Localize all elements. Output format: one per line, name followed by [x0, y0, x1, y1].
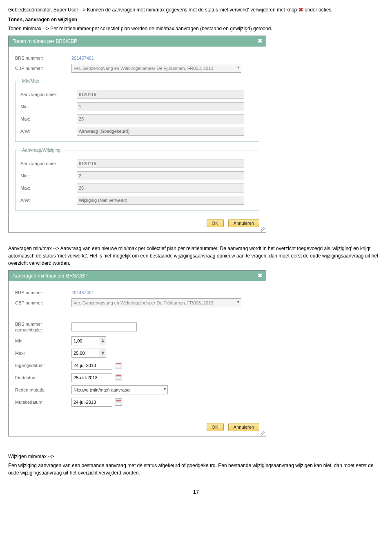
- aw-field: [77, 127, 244, 136]
- reden-mutatie-value: Nieuwe (min/max) aanvraag: [74, 387, 130, 392]
- calendar-icon[interactable]: [115, 362, 122, 369]
- max-label: Max:: [20, 116, 77, 121]
- paragraph-4a: Wijzigen min/max -->: [8, 453, 384, 460]
- min-field: [77, 102, 244, 111]
- fieldset-minmax: Min/Max Aanvraagnummer: Min: Max: A/W:: [15, 78, 259, 142]
- max-label-3: Max:: [15, 351, 71, 356]
- paragraph-1a: Gebiedscoördinator, Super User --> Kunne…: [8, 7, 298, 13]
- close-icon[interactable]: ✖: [258, 38, 263, 44]
- brs-nummer-value-2: 201457401: [71, 290, 94, 295]
- min-label-2: Min:: [20, 173, 77, 178]
- cbp-nummer-select-2[interactable]: Ver. Ganzenopvang en Weidvogelbeheer De …: [71, 298, 241, 307]
- ok-button[interactable]: OK: [207, 423, 224, 431]
- max-label-2: Max:: [20, 186, 77, 190]
- min-label-3: Min:: [15, 338, 71, 343]
- resize-grip-icon[interactable]: [261, 227, 265, 232]
- paragraph-4b: Een wijziging aanvragen van een bestaand…: [8, 462, 384, 477]
- dialog-title-text-2: Aanvragen min/max per BRS/CBP: [13, 273, 87, 279]
- calendar-icon[interactable]: [115, 398, 122, 406]
- gemachtigde-input[interactable]: [71, 322, 137, 331]
- aanvraagnummer-label-2: Aanvraagnummer:: [20, 161, 77, 166]
- fieldset-aanvraag-wijziging: Aanvraag/Wijziging Aanvraagnummer: Min: …: [15, 148, 259, 211]
- delete-icon: ✖: [298, 7, 303, 13]
- calendar-icon[interactable]: [115, 374, 122, 381]
- brs-nummer-value: 201457401: [71, 56, 94, 60]
- cbp-nummer-value: Ver. Ganzenopvang en Weidvogelbeheer De …: [74, 66, 213, 71]
- heading-tonen-aanvragen-wijzigen: Tonen, aanvragen en wijzigen: [8, 16, 384, 23]
- aw-label: A/W:: [20, 129, 77, 134]
- aw-field-2: [77, 196, 244, 205]
- dialog-title-bar[interactable]: Tonen min/max per BRS/CBP ✖: [9, 36, 266, 47]
- cancel-button[interactable]: Annuleren: [228, 423, 259, 431]
- min-field-2: [77, 171, 244, 180]
- einddatum-input[interactable]: [71, 373, 112, 382]
- close-icon[interactable]: ✖: [258, 272, 263, 279]
- ingangsdatum-input[interactable]: [71, 361, 112, 370]
- reden-mutatie-select[interactable]: Nieuwe (min/max) aanvraag ▾: [71, 385, 168, 394]
- max-field: [77, 114, 244, 123]
- brs-nummer-label-2: BRS nummer:: [15, 290, 71, 295]
- number-stepper[interactable]: ▲▼: [100, 349, 106, 358]
- cancel-button[interactable]: Annuleren: [228, 219, 259, 227]
- mutatiedatum-label: Mutatiedatum:: [15, 400, 71, 405]
- page-number: 17: [8, 489, 384, 495]
- max-input[interactable]: [71, 349, 100, 358]
- paragraph-3: Aanvragen min/max --> Aanvraag van een n…: [8, 245, 384, 267]
- cbp-nummer-value-2: Ver. Ganzenopvang en Weidvogelbeheer De …: [74, 300, 213, 305]
- cbp-nummer-select[interactable]: Ver. Ganzenopvang en Weidvogelbeheer De …: [71, 64, 241, 73]
- ingangsdatum-label: Ingangsdatum:: [15, 363, 71, 368]
- dialog-title-text: Tonen min/max per BRS/CBP: [13, 38, 77, 44]
- brs-nummer-label: BRS nummer:: [15, 56, 71, 60]
- aanvraagnummer-label: Aanvraagnummer:: [20, 92, 77, 97]
- aw-label-2: A/W:: [20, 198, 77, 203]
- dialog-tonen-minmax: Tonen min/max per BRS/CBP ✖ BRS nummer: …: [8, 36, 266, 233]
- chevron-down-icon: ▾: [237, 65, 239, 69]
- resize-grip-icon[interactable]: [261, 431, 265, 436]
- chevron-down-icon: ▾: [164, 387, 166, 391]
- paragraph-1b: onder acties.: [305, 7, 333, 13]
- paragraph-2: Tonen min/max --> Per relatienummer per …: [8, 25, 384, 32]
- fieldset-aw-legend: Aanvraag/Wijziging: [20, 148, 62, 152]
- paragraph-1: Gebiedscoördinator, Super User --> Kunne…: [8, 6, 384, 14]
- chevron-down-icon: ▾: [237, 300, 239, 304]
- einddatum-label: Einddatum:: [15, 375, 71, 380]
- reden-mutatie-label: Reden mutatie:: [15, 387, 71, 392]
- ok-button[interactable]: OK: [207, 219, 224, 227]
- min-input[interactable]: [71, 336, 100, 345]
- dialog-aanvragen-minmax: Aanvragen min/max per BRS/CBP ✖ BRS numm…: [8, 270, 266, 436]
- cbp-nummer-label: CBP nummer:: [15, 66, 71, 71]
- fieldset-minmax-legend: Min/Max: [20, 78, 41, 83]
- max-field-2: [77, 184, 244, 192]
- gemachtigde-label: BRS nummer gemachtigde:: [15, 321, 71, 333]
- min-label: Min:: [20, 104, 77, 109]
- aanvraagnummer-field-2: [77, 159, 244, 168]
- cbp-nummer-label-2: CBP nummer:: [15, 300, 71, 305]
- aanvraagnummer-field: [77, 90, 244, 99]
- dialog-title-bar-2[interactable]: Aanvragen min/max per BRS/CBP ✖: [9, 271, 266, 281]
- number-stepper[interactable]: ▲▼: [100, 336, 106, 345]
- mutatiedatum-input[interactable]: [71, 398, 112, 407]
